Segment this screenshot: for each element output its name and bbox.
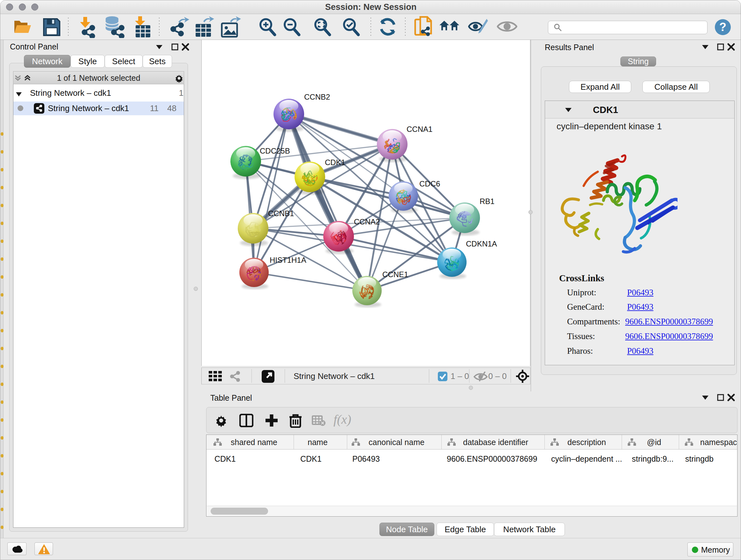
svg-text:RB1: RB1 (480, 197, 495, 206)
svg-text:CCNA1: CCNA1 (407, 125, 432, 133)
svg-text:CDKN1A: CDKN1A (466, 240, 497, 248)
svg-text:CDC25B: CDC25B (260, 146, 290, 155)
svg-text:CCNA2: CCNA2 (354, 217, 380, 226)
svg-text:CCNE1: CCNE1 (382, 270, 408, 279)
svg-text:CDC6: CDC6 (419, 179, 440, 188)
svg-text:HIST1H1A: HIST1H1A (270, 256, 307, 264)
svg-text:?: ? (719, 20, 726, 34)
svg-text:CDK1: CDK1 (325, 158, 345, 167)
svg-text:CCNB2: CCNB2 (304, 92, 330, 101)
svg-text:CCNB1: CCNB1 (268, 209, 294, 218)
